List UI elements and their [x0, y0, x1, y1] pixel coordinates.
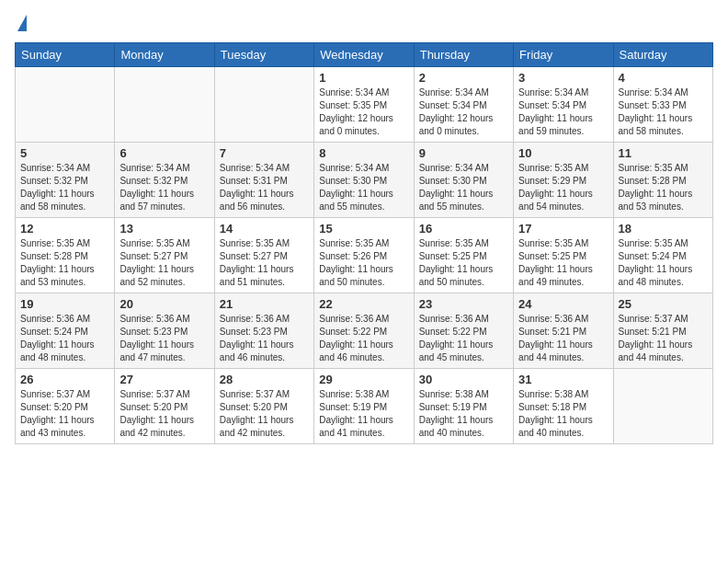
day-info: Sunrise: 5:35 AMSunset: 5:24 PMDaylight:… — [619, 237, 708, 289]
calendar-cell: 15Sunrise: 5:35 AMSunset: 5:26 PMDayligh… — [314, 218, 414, 293]
calendar-table: SundayMondayTuesdayWednesdayThursdayFrid… — [15, 42, 713, 444]
day-info: Sunrise: 5:34 AMSunset: 5:30 PMDaylight:… — [419, 162, 508, 213]
day-number: 10 — [518, 146, 608, 160]
day-info: Sunrise: 5:36 AMSunset: 5:22 PMDaylight:… — [319, 313, 408, 364]
calendar-cell — [613, 369, 712, 444]
calendar-cell: 27Sunrise: 5:37 AMSunset: 5:20 PMDayligh… — [115, 369, 214, 444]
day-info: Sunrise: 5:36 AMSunset: 5:23 PMDaylight:… — [220, 313, 309, 364]
calendar-cell: 28Sunrise: 5:37 AMSunset: 5:20 PMDayligh… — [214, 369, 313, 444]
calendar-cell: 26Sunrise: 5:37 AMSunset: 5:20 PMDayligh… — [16, 369, 115, 444]
day-info: Sunrise: 5:36 AMSunset: 5:24 PMDaylight:… — [20, 313, 109, 364]
day-info: Sunrise: 5:35 AMSunset: 5:28 PMDaylight:… — [20, 237, 109, 289]
calendar-cell: 11Sunrise: 5:35 AMSunset: 5:28 PMDayligh… — [613, 143, 712, 218]
day-info: Sunrise: 5:38 AMSunset: 5:18 PMDaylight:… — [518, 388, 608, 440]
day-info: Sunrise: 5:37 AMSunset: 5:21 PMDaylight:… — [619, 313, 708, 364]
calendar-cell: 23Sunrise: 5:36 AMSunset: 5:22 PMDayligh… — [414, 293, 513, 369]
page-container: SundayMondayTuesdayWednesdayThursdayFrid… — [0, 0, 728, 452]
calendar-week-row: 19Sunrise: 5:36 AMSunset: 5:24 PMDayligh… — [16, 293, 713, 369]
calendar-cell: 20Sunrise: 5:36 AMSunset: 5:23 PMDayligh… — [115, 293, 214, 369]
day-number: 15 — [319, 222, 408, 236]
day-info: Sunrise: 5:36 AMSunset: 5:23 PMDaylight:… — [119, 313, 209, 364]
day-number: 26 — [20, 373, 109, 386]
calendar-cell: 7Sunrise: 5:34 AMSunset: 5:31 PMDaylight… — [214, 143, 313, 218]
calendar-week-row: 1Sunrise: 5:34 AMSunset: 5:35 PMDaylight… — [16, 67, 713, 143]
day-number: 12 — [20, 222, 109, 236]
day-number: 1 — [319, 71, 408, 85]
day-number: 8 — [319, 146, 408, 160]
day-number: 22 — [319, 297, 408, 311]
day-info: Sunrise: 5:35 AMSunset: 5:29 PMDaylight:… — [518, 162, 608, 213]
calendar-cell: 24Sunrise: 5:36 AMSunset: 5:21 PMDayligh… — [514, 293, 613, 369]
calendar-cell — [115, 67, 214, 143]
day-number: 27 — [119, 373, 209, 386]
weekday-header-sunday: Sunday — [16, 43, 115, 67]
calendar-cell: 22Sunrise: 5:36 AMSunset: 5:22 PMDayligh… — [314, 293, 414, 369]
calendar-cell: 30Sunrise: 5:38 AMSunset: 5:19 PMDayligh… — [414, 369, 513, 444]
day-number: 24 — [518, 297, 608, 311]
day-number: 9 — [419, 146, 508, 160]
day-number: 3 — [518, 71, 608, 85]
weekday-header-friday: Friday — [514, 43, 613, 67]
calendar-cell: 2Sunrise: 5:34 AMSunset: 5:34 PMDaylight… — [414, 67, 513, 143]
calendar-week-row: 5Sunrise: 5:34 AMSunset: 5:32 PMDaylight… — [16, 143, 713, 218]
calendar-cell: 18Sunrise: 5:35 AMSunset: 5:24 PMDayligh… — [613, 218, 712, 293]
weekday-header-thursday: Thursday — [414, 43, 513, 67]
day-info: Sunrise: 5:35 AMSunset: 5:26 PMDaylight:… — [319, 237, 408, 289]
day-info: Sunrise: 5:37 AMSunset: 5:20 PMDaylight:… — [20, 388, 109, 440]
calendar-cell: 29Sunrise: 5:38 AMSunset: 5:19 PMDayligh… — [314, 369, 414, 444]
day-number: 16 — [419, 222, 508, 236]
day-number: 7 — [220, 146, 309, 160]
day-number: 6 — [119, 146, 209, 160]
day-number: 17 — [518, 222, 608, 236]
day-info: Sunrise: 5:37 AMSunset: 5:20 PMDaylight:… — [119, 388, 209, 440]
calendar-cell: 19Sunrise: 5:36 AMSunset: 5:24 PMDayligh… — [16, 293, 115, 369]
calendar-cell: 9Sunrise: 5:34 AMSunset: 5:30 PMDaylight… — [414, 143, 513, 218]
day-number: 11 — [619, 146, 708, 160]
weekday-header-saturday: Saturday — [613, 43, 712, 67]
day-number: 2 — [419, 71, 508, 85]
day-info: Sunrise: 5:35 AMSunset: 5:27 PMDaylight:… — [220, 237, 309, 289]
day-info: Sunrise: 5:35 AMSunset: 5:25 PMDaylight:… — [419, 237, 508, 289]
day-info: Sunrise: 5:36 AMSunset: 5:22 PMDaylight:… — [419, 313, 508, 364]
day-number: 25 — [619, 297, 708, 311]
day-number: 13 — [119, 222, 209, 236]
page-header — [15, 15, 713, 31]
day-info: Sunrise: 5:35 AMSunset: 5:28 PMDaylight:… — [619, 162, 708, 213]
calendar-cell: 12Sunrise: 5:35 AMSunset: 5:28 PMDayligh… — [16, 218, 115, 293]
calendar-cell — [214, 67, 313, 143]
day-number: 30 — [419, 373, 508, 386]
day-info: Sunrise: 5:37 AMSunset: 5:20 PMDaylight:… — [220, 388, 309, 440]
calendar-week-row: 26Sunrise: 5:37 AMSunset: 5:20 PMDayligh… — [16, 369, 713, 444]
day-info: Sunrise: 5:36 AMSunset: 5:21 PMDaylight:… — [518, 313, 608, 364]
calendar-cell — [16, 67, 115, 143]
day-info: Sunrise: 5:35 AMSunset: 5:25 PMDaylight:… — [518, 237, 608, 289]
logo-triangle-icon — [17, 15, 27, 31]
calendar-week-row: 12Sunrise: 5:35 AMSunset: 5:28 PMDayligh… — [16, 218, 713, 293]
day-number: 4 — [619, 71, 708, 85]
calendar-cell: 13Sunrise: 5:35 AMSunset: 5:27 PMDayligh… — [115, 218, 214, 293]
weekday-header-tuesday: Tuesday — [214, 43, 313, 67]
day-number: 14 — [220, 222, 309, 236]
logo — [15, 15, 27, 31]
day-info: Sunrise: 5:34 AMSunset: 5:32 PMDaylight:… — [119, 162, 209, 213]
day-number: 29 — [319, 373, 408, 386]
weekday-header-row: SundayMondayTuesdayWednesdayThursdayFrid… — [16, 43, 713, 67]
calendar-cell: 21Sunrise: 5:36 AMSunset: 5:23 PMDayligh… — [214, 293, 313, 369]
day-number: 20 — [119, 297, 209, 311]
calendar-cell: 31Sunrise: 5:38 AMSunset: 5:18 PMDayligh… — [514, 369, 613, 444]
day-info: Sunrise: 5:34 AMSunset: 5:32 PMDaylight:… — [20, 162, 109, 213]
day-info: Sunrise: 5:35 AMSunset: 5:27 PMDaylight:… — [119, 237, 209, 289]
day-number: 5 — [20, 146, 109, 160]
calendar-cell: 6Sunrise: 5:34 AMSunset: 5:32 PMDaylight… — [115, 143, 214, 218]
day-number: 21 — [220, 297, 309, 311]
day-info: Sunrise: 5:34 AMSunset: 5:31 PMDaylight:… — [220, 162, 309, 213]
calendar-cell: 8Sunrise: 5:34 AMSunset: 5:30 PMDaylight… — [314, 143, 414, 218]
calendar-cell: 14Sunrise: 5:35 AMSunset: 5:27 PMDayligh… — [214, 218, 313, 293]
day-number: 19 — [20, 297, 109, 311]
day-number: 28 — [220, 373, 309, 386]
day-info: Sunrise: 5:34 AMSunset: 5:33 PMDaylight:… — [619, 86, 708, 138]
calendar-cell: 25Sunrise: 5:37 AMSunset: 5:21 PMDayligh… — [613, 293, 712, 369]
day-info: Sunrise: 5:34 AMSunset: 5:34 PMDaylight:… — [419, 86, 508, 138]
calendar-cell: 4Sunrise: 5:34 AMSunset: 5:33 PMDaylight… — [613, 67, 712, 143]
calendar-cell: 5Sunrise: 5:34 AMSunset: 5:32 PMDaylight… — [16, 143, 115, 218]
